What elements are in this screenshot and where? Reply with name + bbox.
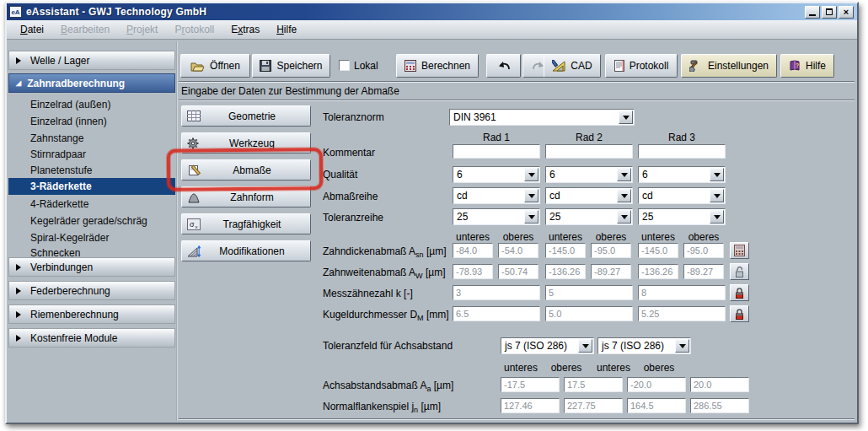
tolerance-series-dropdown-rad2[interactable]: 25 bbox=[545, 208, 633, 225]
sidebar-item-3-raederkette[interactable]: 3-Räderkette bbox=[8, 178, 175, 195]
tolerance-series-dropdown-rad3[interactable]: 25 bbox=[638, 208, 726, 225]
maximize-button[interactable] bbox=[822, 6, 837, 19]
sidebar-item-kegelraeder[interactable]: Kegelräder gerade/schräg bbox=[8, 213, 175, 229]
comment-input-rad2[interactable] bbox=[545, 144, 633, 159]
deviation-series-dropdown-rad1[interactable]: cd bbox=[453, 187, 540, 204]
axis-tolerance-dropdown-2[interactable]: js 7 (ISO 286) bbox=[597, 337, 691, 354]
span-upper-rad1[interactable]: -50.74 bbox=[498, 264, 538, 279]
settings-button[interactable]: Einstellungen bbox=[681, 54, 777, 78]
ball-diameter-rad3[interactable]: 5.25 bbox=[638, 306, 726, 321]
sidebar-item-planetenstufe[interactable]: Planetenstufe bbox=[8, 162, 175, 178]
span-lower-rad1[interactable]: -78.93 bbox=[453, 264, 493, 279]
backlash-upper-1[interactable]: 227.75 bbox=[564, 398, 623, 413]
span-lock-button[interactable] bbox=[730, 263, 749, 280]
triangle-collapsed-icon bbox=[16, 311, 24, 318]
bound-header-lower: unteres bbox=[638, 231, 678, 243]
tooth-thickness-calc-button[interactable] bbox=[730, 242, 749, 259]
measured-teeth-rad2[interactable]: 5 bbox=[545, 285, 633, 300]
sidebar-item-einzelrad-aussen[interactable]: Einzelrad (außen) bbox=[8, 96, 175, 112]
menu-datei[interactable]: Datei bbox=[12, 21, 52, 38]
cad-button[interactable]: CAD bbox=[544, 54, 601, 78]
menu-hilfe[interactable]: Hilfe bbox=[268, 21, 305, 38]
section-button-tragfaehigkeit[interactable]: σx Tragfähigkeit bbox=[181, 213, 311, 234]
comment-input-rad3[interactable] bbox=[638, 144, 726, 159]
center-distance-upper-1[interactable]: 17.5 bbox=[564, 377, 623, 392]
sidebar-group-welle-lager[interactable]: Welle / Lager bbox=[8, 51, 175, 70]
dropdown-button[interactable] bbox=[524, 210, 538, 224]
help-button[interactable]: ? Hilfe bbox=[780, 54, 834, 78]
tooth-thickness-upper-rad1[interactable]: -54.0 bbox=[498, 243, 538, 258]
dropdown-button[interactable] bbox=[617, 168, 631, 181]
tooth-thickness-lower-rad2[interactable]: -145.0 bbox=[545, 243, 586, 258]
quality-dropdown-rad3[interactable]: 6 bbox=[638, 166, 726, 183]
span-upper-rad3[interactable]: -89.27 bbox=[683, 264, 724, 279]
protocol-button[interactable]: Protokoll bbox=[605, 54, 678, 78]
save-button[interactable]: Speichern bbox=[252, 54, 330, 78]
section-button-zahnform[interactable]: Zahnform bbox=[181, 186, 311, 207]
ball-diameter-rad2[interactable]: 5.0 bbox=[545, 306, 633, 321]
sidebar-item-spiral-kegelraeder[interactable]: Spiral-Kegelräder bbox=[8, 229, 175, 245]
dropdown-button[interactable] bbox=[617, 210, 631, 224]
center-distance-upper-2[interactable]: 20.0 bbox=[690, 377, 749, 392]
normalflankenspiel-label: Normalflankenspiel jn [µm] bbox=[323, 401, 441, 414]
tooth-thickness-upper-rad3[interactable]: -95.0 bbox=[683, 243, 724, 258]
quality-dropdown-rad2[interactable]: 6 bbox=[545, 166, 633, 183]
backlash-lower-1[interactable]: 127.46 bbox=[501, 398, 560, 413]
section-button-geometrie[interactable]: Geometrie bbox=[181, 105, 311, 127]
measured-teeth-rad1[interactable]: 3 bbox=[453, 285, 540, 300]
dropdown-button[interactable] bbox=[617, 189, 631, 202]
dropdown-button[interactable] bbox=[710, 189, 724, 202]
backlash-upper-2[interactable]: 286.55 bbox=[690, 398, 749, 413]
dropdown-button[interactable] bbox=[524, 189, 538, 202]
measured-teeth-lock-button[interactable] bbox=[730, 284, 749, 301]
minimize-button[interactable] bbox=[805, 6, 820, 19]
app-icon: eA bbox=[9, 6, 22, 18]
tooth-thickness-upper-rad2[interactable]: -95.0 bbox=[591, 243, 631, 258]
ball-diameter-rad1[interactable]: 6.5 bbox=[453, 306, 540, 321]
kommentar-label: Kommentar bbox=[323, 147, 375, 159]
close-button[interactable]: × bbox=[839, 6, 854, 19]
dropdown-button[interactable] bbox=[578, 339, 592, 353]
toleranznorm-dropdown[interactable]: DIN 3961 bbox=[449, 109, 635, 126]
dropdown-button[interactable] bbox=[524, 168, 538, 181]
open-button[interactable]: Öffnen bbox=[180, 54, 250, 78]
tooth-thickness-lower-rad3[interactable]: -145.0 bbox=[638, 243, 678, 258]
deviation-series-dropdown-rad2[interactable]: cd bbox=[545, 187, 633, 204]
center-distance-lower-2[interactable]: -20.0 bbox=[627, 377, 686, 392]
quality-dropdown-rad1[interactable]: 6 bbox=[453, 166, 540, 183]
span-lower-rad3[interactable]: -136.26 bbox=[638, 264, 678, 279]
sidebar-item-4-raederkette[interactable]: 4-Räderkette bbox=[8, 196, 175, 212]
deviation-series-dropdown-rad3[interactable]: cd bbox=[638, 187, 726, 204]
center-distance-lower-1[interactable]: -17.5 bbox=[501, 377, 560, 392]
undo-button[interactable] bbox=[486, 54, 521, 78]
backlash-lower-2[interactable]: 164.5 bbox=[627, 398, 686, 413]
sidebar-group-verbindungen[interactable]: Verbindungen bbox=[8, 257, 175, 277]
calculate-button[interactable]: Berechnen bbox=[396, 54, 479, 78]
menu-extras[interactable]: Extras bbox=[222, 21, 268, 38]
section-button-werkzeug[interactable]: Werkzeug bbox=[181, 132, 311, 154]
axis-tolerance-dropdown-1[interactable]: js 7 (ISO 286) bbox=[501, 337, 594, 354]
span-lower-rad2[interactable]: -136.26 bbox=[545, 264, 586, 279]
sidebar-group-zahnradberechnung[interactable]: ◢ Zahnradberechnung bbox=[8, 73, 175, 93]
dropdown-button[interactable] bbox=[619, 110, 633, 124]
bound-header-lower: unteres bbox=[593, 362, 634, 374]
lock-open-icon bbox=[734, 266, 745, 278]
tolerance-series-dropdown-rad1[interactable]: 25 bbox=[453, 208, 540, 225]
sidebar-group-kostenfreie-module[interactable]: Kostenfreie Module bbox=[8, 328, 175, 347]
span-upper-rad2[interactable]: -89.27 bbox=[591, 264, 631, 279]
dropdown-button[interactable] bbox=[710, 168, 724, 181]
section-button-abmasse[interactable]: Abmaße bbox=[181, 159, 311, 180]
sidebar-item-zahnstange[interactable]: Zahnstange bbox=[8, 130, 175, 146]
tooth-thickness-lower-rad1[interactable]: -84.0 bbox=[453, 243, 493, 258]
section-button-modifikationen[interactable]: Modifikationen bbox=[181, 240, 311, 261]
sidebar-group-riemenberechnung[interactable]: Riemenberechnung bbox=[8, 304, 175, 324]
sidebar-group-federberechnung[interactable]: Federberechnung bbox=[8, 281, 175, 300]
ball-diameter-lock-button[interactable] bbox=[730, 305, 749, 322]
sidebar-item-stirnradpaar[interactable]: Stirnradpaar bbox=[8, 146, 175, 162]
dropdown-button[interactable] bbox=[710, 210, 724, 224]
lokal-checkbox[interactable] bbox=[339, 60, 350, 71]
measured-teeth-rad3[interactable]: 8 bbox=[638, 285, 726, 300]
dropdown-button[interactable] bbox=[675, 339, 689, 353]
comment-input-rad1[interactable] bbox=[453, 144, 540, 159]
sidebar-item-einzelrad-innen[interactable]: Einzelrad (innen) bbox=[8, 113, 175, 129]
